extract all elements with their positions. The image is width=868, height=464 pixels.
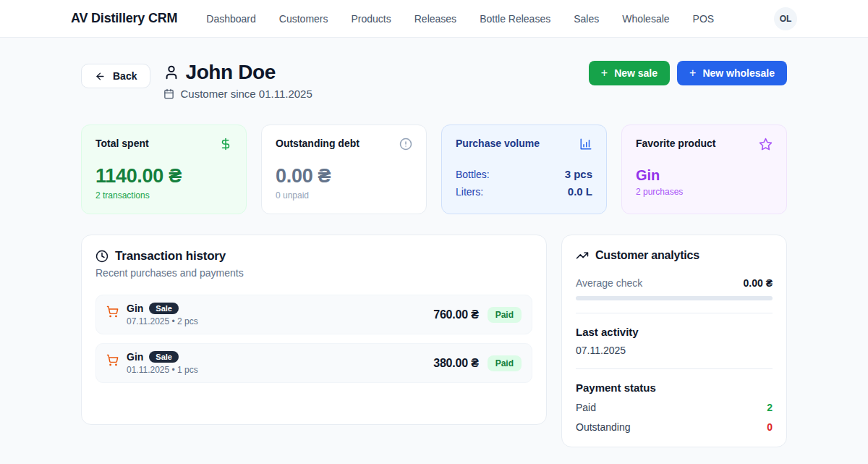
new-wholesale-button[interactable]: + New wholesale [677, 61, 787, 85]
outstanding-debt-subtitle: 0 unpaid [276, 190, 412, 201]
user-avatar[interactable]: OL [774, 7, 797, 30]
paid-status-badge: Paid [488, 307, 522, 323]
total-spent-title: Total spent [95, 138, 149, 149]
calendar-icon [163, 88, 174, 99]
transaction-history-subtitle: Recent purchases and payments [95, 267, 532, 279]
payment-status-label: Payment status [576, 381, 773, 394]
average-check-value: 0.00 ₴ [744, 277, 773, 289]
outstanding-count-label: Outstanding [576, 421, 631, 433]
transaction-row[interactable]: Gin Sale 01.11.2025 • 1 pcs 380.00 ₴ Pai… [95, 343, 532, 383]
outstanding-count-value: 0 [767, 421, 773, 433]
average-check-progress-bar [576, 296, 773, 300]
nav-item-wholesale[interactable]: Wholesale [622, 13, 669, 25]
transaction-amount: 760.00 ₴ [433, 308, 478, 321]
transaction-list: Gin Sale 07.11.2025 • 2 pcs 760.00 ₴ Pai… [95, 295, 532, 383]
average-check-label: Average check [576, 277, 642, 289]
bottles-value: 3 pcs [565, 168, 592, 180]
plus-icon: + [601, 67, 608, 79]
last-activity-label: Last activity [576, 326, 773, 338]
new-wholesale-label: New wholesale [702, 67, 775, 79]
shopping-cart-icon [106, 305, 119, 318]
nav-item-products[interactable]: Products [352, 13, 391, 25]
nav-item-pos[interactable]: POS [693, 13, 715, 25]
paid-count-label: Paid [576, 402, 596, 413]
new-sale-button[interactable]: + New sale [589, 61, 670, 85]
nav-item-customers[interactable]: Customers [279, 13, 328, 25]
app-brand[interactable]: AV Distillery CRM [71, 11, 177, 26]
trending-up-icon [576, 249, 589, 262]
top-navbar: AV Distillery CRM Dashboard Customers Pr… [0, 0, 868, 38]
purchase-volume-title: Purchase volume [456, 138, 540, 149]
bottles-label: Bottles: [456, 169, 490, 180]
favorite-product-subtitle: 2 purchases [636, 187, 773, 197]
arrow-left-icon [95, 71, 106, 82]
outstanding-debt-value: 0.00 ₴ [276, 165, 412, 187]
transaction-history-panel: Transaction history Recent purchases and… [81, 235, 547, 425]
liters-value: 0.0 L [568, 185, 592, 198]
sale-type-badge: Sale [149, 303, 179, 314]
favorite-product-card: Favorite product Gin 2 purchases [621, 125, 787, 214]
star-icon [759, 138, 773, 151]
outstanding-debt-card: Outstanding debt 0.00 ₴ 0 unpaid [261, 125, 427, 214]
customer-name: John Doe [185, 61, 275, 84]
last-activity-value: 07.11.2025 [576, 345, 773, 356]
liters-row: Liters: 0.0 L [456, 185, 592, 198]
liters-label: Liters: [456, 186, 483, 198]
shopping-cart-icon [106, 354, 119, 366]
favorite-product-value: Gin [636, 167, 773, 184]
transaction-history-title: Transaction history [115, 249, 226, 263]
outstanding-debt-title: Outstanding debt [276, 138, 359, 149]
transaction-meta: 01.11.2025 • 1 pcs [127, 365, 198, 375]
plus-icon: + [689, 67, 696, 79]
back-button[interactable]: Back [81, 64, 150, 88]
dollar-icon [219, 138, 232, 151]
customer-analytics-title: Customer analytics [595, 249, 699, 262]
favorite-product-title: Favorite product [636, 138, 715, 149]
page-header: Back John Doe Customer since 01.11.2025 [81, 61, 787, 100]
nav-item-bottle-releases[interactable]: Bottle Releases [480, 13, 550, 25]
user-icon [163, 64, 179, 80]
back-button-label: Back [113, 70, 137, 82]
customer-analytics-panel: Customer analytics Average check 0.00 ₴ … [561, 235, 787, 447]
divider [576, 368, 773, 369]
purchase-volume-card: Purchase volume Bottles: 3 pcs Liters: 0… [441, 125, 607, 214]
stats-grid: Total spent 1140.00 ₴ 2 transactions Out… [81, 125, 787, 214]
transaction-product: Gin [127, 303, 143, 314]
customer-since-text: Customer since 01.11.2025 [180, 88, 312, 100]
alert-circle-icon [399, 138, 412, 151]
sale-type-badge: Sale [149, 351, 179, 363]
new-sale-label: New sale [614, 67, 658, 79]
nav-item-sales[interactable]: Sales [574, 13, 599, 25]
divider [576, 313, 773, 313]
bar-chart-icon [579, 138, 592, 151]
transaction-amount: 380.00 ₴ [433, 357, 478, 370]
nav-item-dashboard[interactable]: Dashboard [206, 13, 256, 25]
transaction-meta: 07.11.2025 • 2 pcs [127, 316, 198, 326]
total-spent-subtitle: 2 transactions [95, 190, 232, 201]
paid-status-badge: Paid [488, 355, 522, 371]
total-spent-card: Total spent 1140.00 ₴ 2 transactions [81, 125, 247, 214]
bottles-row: Bottles: 3 pcs [456, 168, 592, 180]
transaction-row[interactable]: Gin Sale 07.11.2025 • 2 pcs 760.00 ₴ Pai… [95, 295, 532, 334]
transaction-product: Gin [127, 351, 143, 363]
nav-item-releases[interactable]: Releases [414, 13, 456, 25]
paid-count-value: 2 [767, 402, 773, 413]
clock-icon [95, 250, 109, 263]
total-spent-value: 1140.00 ₴ [95, 165, 232, 187]
main-nav: Dashboard Customers Products Releases Bo… [206, 13, 745, 25]
